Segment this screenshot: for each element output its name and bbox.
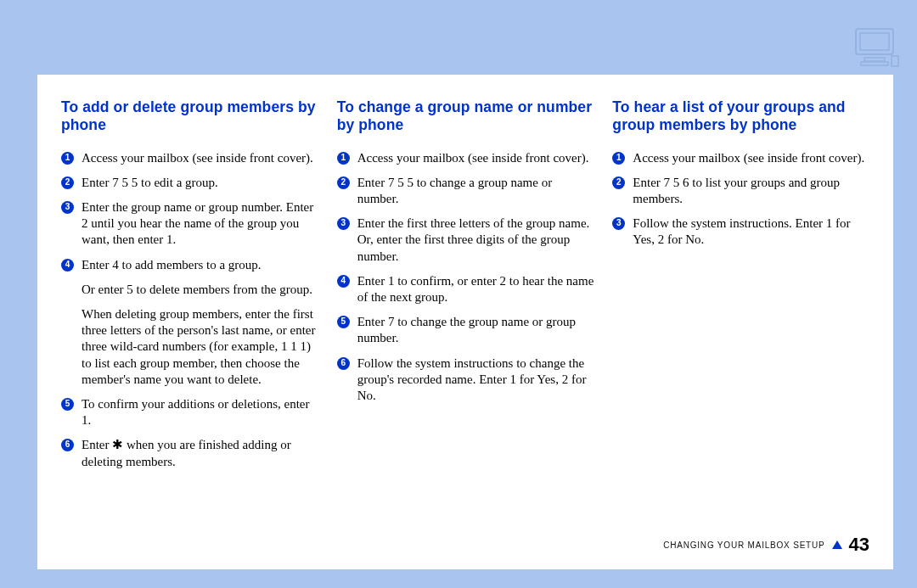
step-bullet: 3 [61,201,74,214]
column-heading: To hear a list of your groups and group … [612,98,869,135]
step-text: Enter 7 5 5 to change a group name or nu… [357,175,594,207]
step-bullet: 1 [61,152,74,165]
step-item: 1Access your mailbox (see inside front c… [612,150,869,166]
manual-page: To add or delete group members by phone … [37,75,893,569]
step-bullet: 4 [61,259,74,272]
step-item: 5To confirm your additions or deletions,… [61,396,318,428]
footer-section-label: CHANGING YOUR MAILBOX SETUP [663,540,824,550]
step-text: Enter the group name or group number. En… [82,199,318,249]
step-bullet: 6 [337,357,350,370]
step-text: Enter 7 5 5 to edit a group. [82,175,318,191]
step-bullet: 1 [337,152,350,165]
column-heading: To change a group name or number by phon… [337,98,594,135]
step-item: 6Follow the system instructions to chang… [337,356,594,405]
column-heading: To add or delete group members by phone [61,98,318,135]
step-item: 3Enter the first three letters of the gr… [337,216,594,265]
step-text: Follow the system instructions to change… [357,356,594,405]
step-text: Enter 4 to add members to a group. [82,257,318,273]
step-text: To confirm your additions or deletions, … [82,396,318,428]
step-item: 6Enter ✱ when you are finished adding or… [61,437,318,469]
step-bullet: 6 [61,439,74,451]
columns-container: To add or delete group members by phone … [61,98,869,552]
step-text: Access your mailbox (see inside front co… [82,150,318,166]
step-text: Enter ✱ when you are finished adding or … [82,437,318,469]
step-item: 4Enter 1 to confirm, or enter 2 to hear … [337,273,594,305]
step-bullet: 2 [612,176,625,189]
step-bullet: 1 [612,152,625,165]
step-item: 2Enter 7 5 6 to list your groups and gro… [612,175,869,207]
step-bullet: 2 [61,176,74,189]
svg-rect-2 [864,58,885,61]
step-text: Enter 1 to confirm, or enter 2 to hear t… [357,273,594,305]
step-text: Enter 7 to change the group name or grou… [357,314,594,346]
step-text: Enter 7 5 6 to list your groups and grou… [633,175,869,207]
step-item: 3Follow the system instructions. Enter 1… [612,216,869,248]
step-text: Follow the system instructions. Enter 1 … [633,216,869,248]
step-bullet: 3 [612,217,625,230]
step-text: Access your mailbox (see inside front co… [357,150,594,166]
step-bullet: 3 [337,217,350,230]
step-bullet: 4 [337,275,350,288]
column-3: To hear a list of your groups and group … [612,98,869,552]
page-number: 43 [849,534,869,556]
monitor-watermark-icon [852,25,902,71]
step-item: 3Enter the group name or group number. E… [61,199,318,249]
triangle-icon [832,540,842,549]
step-item: 5Enter 7 to change the group name or gro… [337,314,594,346]
step-text: Enter the first three letters of the gro… [357,216,594,265]
step-subtext: When deleting group members, enter the f… [82,306,318,388]
step-bullet: 5 [61,398,74,411]
svg-rect-4 [892,56,898,66]
step-item: 2Enter 7 5 5 to change a group name or n… [337,175,594,207]
column-2: To change a group name or number by phon… [337,98,594,552]
step-item: 4Enter 4 to add members to a group. [61,257,318,273]
step-subtext: Or enter 5 to delete members from the gr… [82,282,318,298]
svg-rect-3 [861,62,888,65]
step-bullet: 2 [337,176,350,189]
svg-rect-1 [860,33,889,50]
step-text: Access your mailbox (see inside front co… [633,150,869,166]
column-1: To add or delete group members by phone … [61,98,318,552]
page-footer: CHANGING YOUR MAILBOX SETUP 43 [663,534,869,556]
step-item: 1Access your mailbox (see inside front c… [337,150,594,166]
step-bullet: 5 [337,316,350,328]
step-item: 2Enter 7 5 5 to edit a group. [61,175,318,191]
step-item: 1Access your mailbox (see inside front c… [61,150,318,166]
